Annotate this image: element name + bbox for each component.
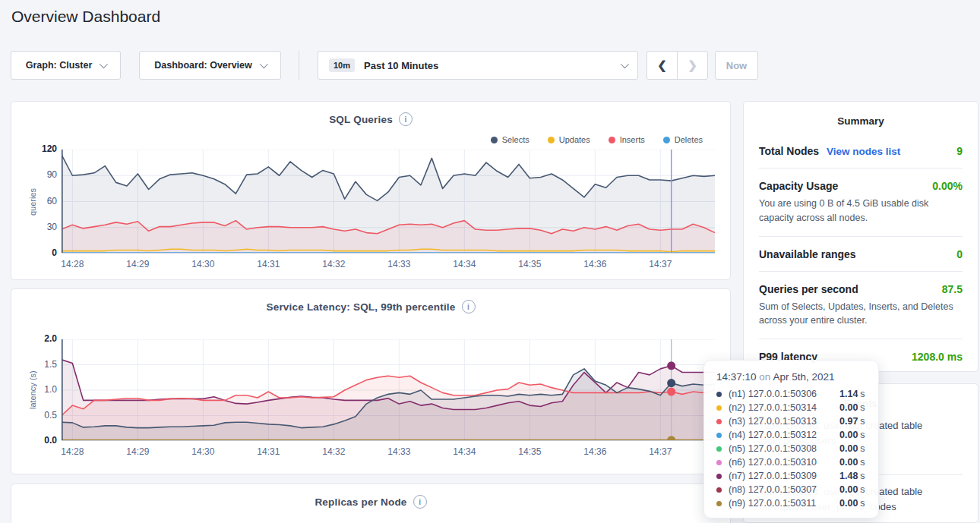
node-latency-value: 0.00 xyxy=(839,484,858,495)
x-tick-label: 14:34 xyxy=(440,259,488,269)
tooltip-row: (n6) 127.0.0.1:503100.00s xyxy=(716,455,866,469)
time-range-picker[interactable]: 10m Past 10 Minutes xyxy=(318,51,638,80)
summary-value: 0 xyxy=(956,248,963,260)
legend-dot xyxy=(663,137,670,143)
node-address: (n1) 127.0.0.1:50306 xyxy=(729,389,836,399)
now-button[interactable]: Now xyxy=(715,51,758,80)
graph-dropdown[interactable]: Graph: Cluster xyxy=(11,51,121,80)
latency-unit: s xyxy=(860,457,865,468)
service-latency-chart[interactable] xyxy=(62,339,715,441)
y-tick-label: 0.5 xyxy=(30,410,57,421)
x-tick-label: 14:31 xyxy=(244,446,292,457)
latency-tooltip: 14:37:10 on Apr 5th, 2021 (n1) 127.0.0.1… xyxy=(703,360,879,518)
info-icon[interactable]: i xyxy=(399,112,413,126)
time-prev-button[interactable]: ❮ xyxy=(646,51,678,80)
chart-title: SQL Queries xyxy=(329,114,393,125)
node-latency-value: 0.00 xyxy=(839,498,858,509)
toolbar-divider xyxy=(299,51,299,80)
summary-row-unavailable: Unavailable ranges 0 xyxy=(759,237,963,260)
summary-label: Queries per second xyxy=(759,283,858,295)
legend-label: Selects xyxy=(502,135,530,144)
x-tick-label: 14:29 xyxy=(113,446,162,457)
tooltip-row: (n9) 127.0.0.1:503110.00s xyxy=(716,496,866,510)
legend-item: Updates xyxy=(548,135,590,144)
info-icon[interactable]: i xyxy=(462,300,476,313)
sql-queries-chart[interactable] xyxy=(62,150,715,254)
y-tick-label: 0 xyxy=(30,247,57,258)
y-tick-label: 1.0 xyxy=(30,384,57,395)
summary-row-total-nodes: Total Nodes View nodes list 9 xyxy=(759,127,963,157)
x-tick-label: 14:28 xyxy=(48,259,96,269)
node-color-dot xyxy=(716,405,722,411)
node-address: (n9) 127.0.0.1:50311 xyxy=(729,498,836,509)
x-tick-label: 14:32 xyxy=(309,259,358,269)
summary-panel: Summary Total Nodes View nodes list 9 Ca… xyxy=(743,101,978,372)
node-address: (n3) 127.0.0.1:50313 xyxy=(729,416,836,427)
toolbar: Graph: Cluster Dashboard: Overview 10m P… xyxy=(0,51,980,80)
legend-label: Deletes xyxy=(675,135,703,144)
node-color-dot xyxy=(716,392,722,397)
summary-description: Sum of Selects, Updates, Inserts, and De… xyxy=(759,300,963,329)
node-latency-value: 0.97 xyxy=(839,416,858,427)
time-range-label: Past 10 Minutes xyxy=(364,60,438,71)
chart-title-row: Service Latency: SQL, 99th percentile i xyxy=(11,300,730,313)
tooltip-row: (n7) 127.0.0.1:503091.48s xyxy=(716,469,866,483)
tooltip-row: (n2) 127.0.0.1:503140.00s xyxy=(716,401,866,414)
node-latency-value: 1.14 xyxy=(839,389,858,399)
summary-value: 9 xyxy=(956,145,963,157)
info-icon[interactable]: i xyxy=(413,495,427,509)
latency-unit: s xyxy=(860,484,865,495)
x-tick-label: 14:35 xyxy=(505,259,554,269)
node-latency-value: 1.48 xyxy=(839,471,858,481)
view-nodes-list-link[interactable]: View nodes list xyxy=(827,146,900,157)
latency-unit: s xyxy=(860,416,865,427)
node-address: (n5) 127.0.0.1:50308 xyxy=(729,443,836,454)
summary-label: Total Nodes xyxy=(759,145,819,157)
x-tick-label: 14:35 xyxy=(505,446,554,457)
tooltip-row: (n8) 127.0.0.1:503070.00s xyxy=(716,483,866,496)
y-tick-label: 120 xyxy=(30,143,57,154)
node-color-dot xyxy=(716,446,722,452)
tooltip-row: (n1) 127.0.0.1:503061.14s xyxy=(716,387,866,401)
x-tick-label: 14:30 xyxy=(179,259,227,269)
legend-item: Deletes xyxy=(663,135,703,144)
tooltip-on: on xyxy=(759,371,770,383)
tooltip-rows: (n1) 127.0.0.1:503061.14s(n2) 127.0.0.1:… xyxy=(716,387,866,510)
x-tick-label: 14:31 xyxy=(244,259,292,269)
summary-description: You are using 0 B of 4.5 GiB usable disk… xyxy=(759,197,963,225)
node-color-dot xyxy=(716,487,722,493)
legend-item: Selects xyxy=(491,135,530,144)
y-tick-label: 30 xyxy=(30,222,57,232)
dashboard-dropdown[interactable]: Dashboard: Overview xyxy=(139,51,281,80)
y-tick-label: 60 xyxy=(30,196,57,206)
graph-dropdown-label: Graph: Cluster xyxy=(26,60,93,71)
x-tick-label: 14:37 xyxy=(636,446,684,457)
x-tick-label: 14:30 xyxy=(179,446,227,457)
sql-queries-card: SQL Queries i SelectsUpdatesInsertsDelet… xyxy=(11,101,731,280)
chart-legend: SelectsUpdatesInsertsDeletes xyxy=(491,135,703,144)
node-color-dot xyxy=(716,501,722,506)
time-next-button[interactable]: ❯ xyxy=(677,51,708,80)
x-tick-label: 14:34 xyxy=(440,446,488,457)
summary-row-qps: Queries per second 87.5 xyxy=(759,272,963,295)
dashboard-dropdown-label: Dashboard: Overview xyxy=(154,60,252,71)
x-tick-label: 14:33 xyxy=(375,446,423,457)
node-color-dot xyxy=(716,433,722,438)
node-color-dot xyxy=(716,460,722,465)
x-tick-label: 14:28 xyxy=(48,446,96,457)
y-tick-label: 90 xyxy=(30,169,57,180)
y-tick-label: 0.0 xyxy=(30,435,57,446)
node-address: (n6) 127.0.0.1:50310 xyxy=(729,457,836,468)
chevron-down-icon xyxy=(260,60,268,68)
chevron-right-icon: ❯ xyxy=(688,58,697,71)
node-address: (n4) 127.0.0.1:50312 xyxy=(729,430,836,440)
x-tick-label: 14:29 xyxy=(113,259,162,269)
replicas-per-node-card: Replicas per Node i xyxy=(11,484,731,523)
latency-unit: s xyxy=(860,389,865,399)
latency-unit: s xyxy=(860,443,865,454)
tooltip-time: 14:37:10 xyxy=(716,371,757,383)
summary-value: 87.5 xyxy=(942,283,963,295)
x-tick-label: 14:37 xyxy=(636,259,684,269)
summary-value: 1208.0 ms xyxy=(912,351,963,363)
chart-title: Service Latency: SQL, 99th percentile xyxy=(267,301,456,313)
